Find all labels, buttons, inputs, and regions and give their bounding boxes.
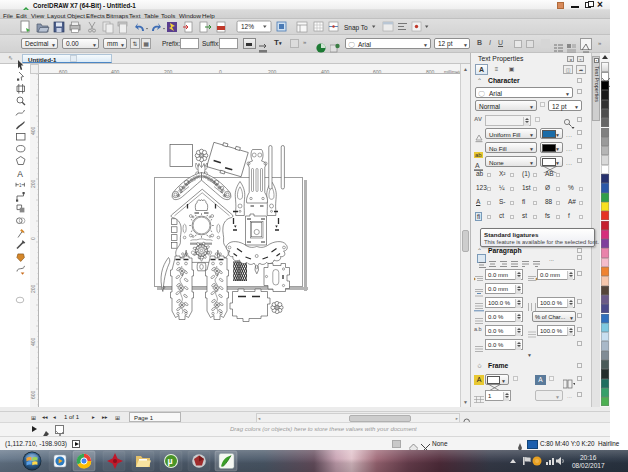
svg-text:200: 200: [30, 179, 36, 188]
svg-text:0: 0: [30, 237, 36, 240]
svg-text:µ: µ: [167, 456, 172, 466]
svg-text:08/02/2017: 08/02/2017: [572, 462, 605, 469]
svg-text:Snap To: Snap To: [344, 24, 368, 32]
svg-text:200: 200: [30, 284, 36, 293]
svg-text:400: 400: [30, 337, 36, 346]
svg-text:20:16: 20:16: [580, 454, 597, 461]
svg-text:12%: 12%: [241, 23, 254, 30]
svg-text:600: 600: [30, 390, 36, 399]
svg-text:A: A: [475, 162, 480, 169]
svg-text:400: 400: [30, 126, 36, 135]
svg-text:A: A: [17, 169, 23, 179]
